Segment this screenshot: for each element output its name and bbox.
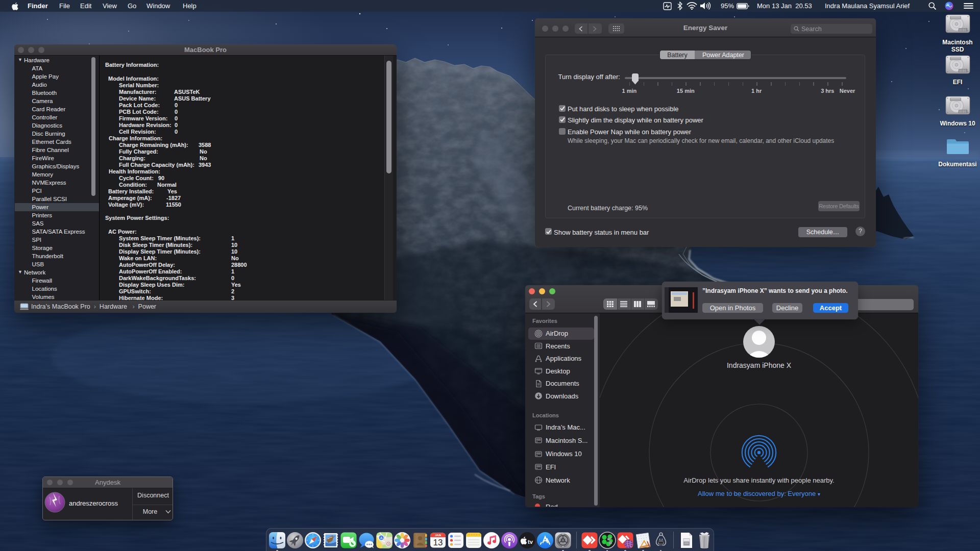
svg-text:30: 30 <box>387 543 390 545</box>
svg-text:A: A <box>380 536 383 540</box>
svg-text:JAN: JAN <box>435 534 441 537</box>
svg-text:13: 13 <box>433 538 443 547</box>
svg-text:tv: tv <box>528 539 533 545</box>
